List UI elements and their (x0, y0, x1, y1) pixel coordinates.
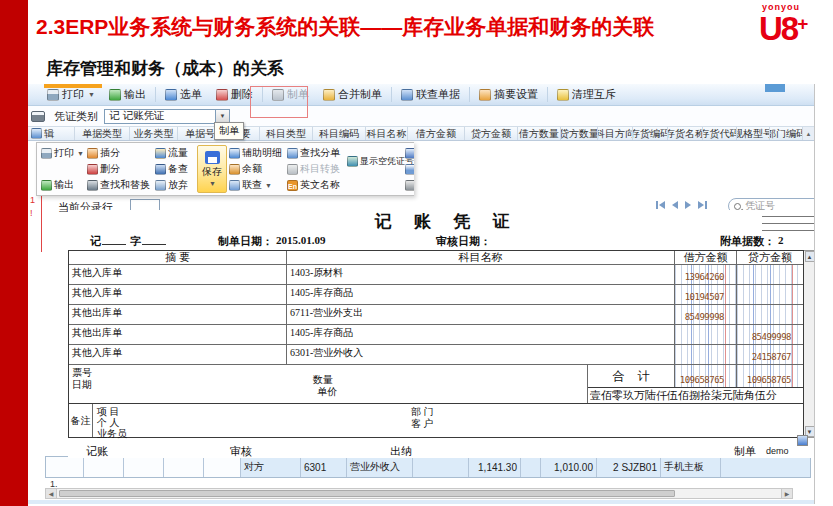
link-query-docs-button[interactable]: 联查单据 (394, 84, 467, 105)
summary-settings-button[interactable]: 摘要设置 (472, 84, 545, 105)
link-query-button[interactable]: 联查 ▼ (229, 178, 287, 192)
col-label: 规格型号 (737, 127, 770, 140)
col-label: 业务类型 (134, 127, 174, 140)
slide-left-accent-bar (0, 0, 28, 506)
search-icon (734, 203, 741, 210)
col-inv-id[interactable]: 存货代码 (703, 127, 737, 140)
subject-convert-icon (287, 164, 298, 175)
col-credit-qty[interactable]: 贷方数量 (561, 127, 598, 140)
col-label: 单据类型 (82, 127, 122, 140)
scrollbar-thumb[interactable] (59, 490, 675, 497)
select-doc-icon (165, 89, 177, 101)
col-label: 科目类型 (266, 127, 306, 140)
col-debit-amount[interactable]: 借方金额 (408, 127, 465, 140)
col-subject-dir[interactable]: 科目方向 (598, 127, 633, 140)
cell-account: 6301-营业外收入 (287, 345, 675, 364)
col-summary: 摘 要 (69, 251, 287, 264)
scroll-up-icon[interactable]: ▲ (803, 127, 815, 140)
col-subject-code[interactable]: 科目编码 (313, 127, 366, 140)
col-credit-amount[interactable]: 贷方金额 (465, 127, 518, 140)
voucher-scrollbar[interactable]: ▲ ▼ (804, 250, 815, 438)
clipped-toolbar-fragment (765, 84, 785, 92)
balance-button[interactable]: 余额 (229, 162, 287, 176)
table-row[interactable]: 其他出库单 1405-库存商品 85499998 (69, 325, 803, 345)
table-row[interactable]: 其他入库单 1403-原材料 13964260 (69, 265, 803, 285)
english-name-button[interactable]: En 英文名称 (287, 178, 347, 192)
debit-amount: 85499998 (685, 312, 724, 322)
grid-lead-fragment: 辑 (28, 127, 75, 140)
cell-account: 6711-营业外支出 (287, 305, 675, 324)
col-spec-model[interactable]: 规格型号 (737, 127, 770, 140)
col-label: 部门编码 (770, 127, 803, 140)
voucher-table-header: 摘 要 科目名称 借方金额 贷方金额 (69, 251, 803, 265)
abandon-button[interactable]: 放弃 (155, 178, 197, 192)
cell-credit: 85499998 (737, 325, 803, 344)
annotation-rectangle (250, 86, 308, 118)
table-row[interactable]: 其他入库单 6301-营业外收入 24158767 (69, 345, 803, 365)
find-replace-button[interactable]: 查找和替换 (87, 178, 155, 192)
col-biz-type[interactable]: 业务类型 (130, 127, 178, 140)
show-empty-voucher-no-icon (347, 156, 358, 167)
print-icon (41, 148, 52, 159)
nav-first-button[interactable] (656, 201, 665, 209)
voucher-table: 摘 要 科目名称 借方金额 贷方金额 其他入库单 1403-原材料 139642… (68, 250, 804, 438)
calendar-button[interactable]: 会计日历 (405, 162, 414, 176)
annotation-marks: 1! (30, 194, 35, 220)
balance-icon (229, 164, 240, 175)
grid-cell (164, 457, 204, 477)
options-button[interactable]: 选项 (405, 178, 414, 192)
flow-button[interactable]: 流量 (155, 146, 197, 160)
cell-debit (675, 325, 737, 344)
grid-cell-code: 6301 (301, 457, 347, 477)
nav-next-button[interactable] (685, 201, 691, 209)
show-empty-voucher-no-button[interactable]: 显示空凭证号 (347, 155, 405, 168)
col-inv-code[interactable]: 存货编码 (633, 127, 668, 140)
col-subject-type[interactable]: 科目类型 (260, 127, 313, 140)
col-inv-name[interactable]: 存货名称 (668, 127, 703, 140)
nav-last-button[interactable] (698, 201, 707, 209)
export-button[interactable]: 输出 (102, 84, 153, 105)
col-debit-qty[interactable]: 借方数量 (518, 127, 561, 140)
clean-mutex-button[interactable]: 清理互斥 (550, 84, 623, 105)
save-button[interactable]: 保存 ▼ (197, 145, 227, 193)
cell-debit (675, 345, 737, 364)
scroll-left-icon[interactable]: ◀ (46, 489, 57, 498)
select-doc-button[interactable]: 选单 (158, 84, 209, 105)
nav-prev-button[interactable] (672, 201, 678, 209)
panel-export-button[interactable]: 输出 (41, 178, 87, 192)
background-grid-row[interactable]: 对方 6301 营业外收入 1,141.30 1,010.00 2 SJZB01… (45, 456, 811, 478)
merge-voucher-button[interactable]: 合并制单 (316, 84, 389, 105)
subject-convert-button: 科目转换 (287, 162, 347, 176)
aux-detail-button[interactable]: 辅助明细 (229, 146, 287, 160)
cell-summary: 其他出库单 (69, 325, 287, 344)
col-dept-code[interactable]: 部门编码 (770, 127, 803, 140)
insert-split-button[interactable]: 插分 (87, 146, 155, 160)
note-body: 项 目 个 人 业务员 部 门 客 户 (93, 404, 803, 437)
total-debit-amount: 109658765 (680, 375, 724, 385)
grid-cell-type: 对方 (241, 457, 301, 477)
blank-line (762, 224, 814, 231)
cell-summary: 其他出库单 (69, 305, 287, 324)
delete-split-button[interactable]: 删分 (87, 162, 155, 176)
horizontal-scrollbar[interactable]: ◀ ▶ (45, 488, 793, 499)
col-subject-name[interactable]: 科目名称 (366, 127, 408, 140)
voucher-class-select[interactable]: 记 记账凭证 (104, 109, 216, 124)
calculator-button[interactable]: 计算器 (405, 146, 414, 160)
panel-print-button[interactable]: 打印 ▼ (41, 146, 87, 160)
chevron-down-icon: ▼ (265, 182, 272, 189)
abandon-icon (155, 180, 166, 191)
scroll-up-icon[interactable]: ▲ (805, 251, 815, 262)
balance-label: 余额 (242, 162, 262, 176)
scroll-right-icon[interactable]: ▶ (781, 489, 792, 498)
save-icon (205, 151, 220, 164)
edit-ribbon-panel: 打印 ▼ 输出 插分 删分 查找和替换 流量 (36, 142, 414, 196)
nav-next-icon (685, 201, 691, 209)
table-row[interactable]: 其他出库单 6711-营业外支出 85499998 (69, 305, 803, 325)
find-split-button[interactable]: 查找分单 (287, 146, 347, 160)
reference-button[interactable]: 备查 (155, 162, 197, 176)
sign-audit-label: 审核 (230, 444, 252, 459)
col-doc-type[interactable]: 单据类型 (75, 127, 130, 140)
insert-split-label: 插分 (100, 146, 120, 160)
link-query-docs-label: 联查单据 (416, 87, 460, 102)
table-row[interactable]: 其他入库单 1405-库存商品 10194507 (69, 285, 803, 305)
